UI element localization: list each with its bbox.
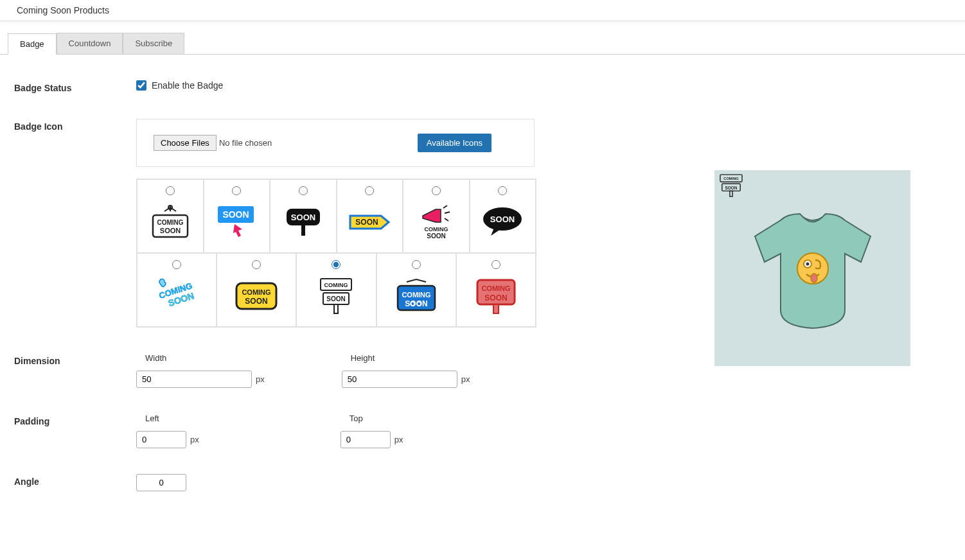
soon-arrow-icon: SOON <box>347 203 392 241</box>
icon-option-10[interactable]: COMINGSOON <box>376 253 456 327</box>
width-unit: px <box>256 374 265 384</box>
no-file-text: No file chosen <box>219 138 272 148</box>
preview-box: COMINGSOON <box>714 170 910 366</box>
svg-text:SOON: SOON <box>291 213 315 222</box>
svg-rect-8 <box>301 225 305 236</box>
svg-text:COMING: COMING <box>324 282 348 288</box>
page-title: Coming Soon Products <box>17 5 948 15</box>
icon-radio-8[interactable] <box>252 260 261 269</box>
svg-text:COMING: COMING <box>402 291 430 299</box>
choose-files-button[interactable]: Choose Files <box>154 135 217 151</box>
svg-text:SOON: SOON <box>160 227 181 234</box>
icon-option-6[interactable]: SOON <box>470 179 536 253</box>
padding-label: Padding <box>14 414 136 426</box>
soon-speech-bubble-icon: SOON <box>480 203 525 241</box>
tabs: Badge Countdown Subscribe <box>0 33 965 55</box>
svg-text:COMING: COMING <box>481 284 510 292</box>
icon-radio-4[interactable] <box>365 186 374 195</box>
icon-radio-5[interactable] <box>432 186 441 195</box>
height-input[interactable] <box>342 371 457 388</box>
svg-text:COMING: COMING <box>242 288 271 296</box>
height-unit: px <box>461 374 470 384</box>
angle-input[interactable] <box>136 474 186 491</box>
icon-option-7[interactable]: COMINGSOON <box>137 253 217 327</box>
icon-radio-3[interactable] <box>299 186 308 195</box>
coming-soon-slanted-icon: COMINGSOON <box>154 277 199 315</box>
svg-text:SOON: SOON <box>223 209 249 220</box>
svg-point-41 <box>811 274 817 283</box>
icon-radio-11[interactable] <box>491 260 500 269</box>
icon-option-8[interactable]: COMINGSOON <box>217 253 296 327</box>
preview-badge-icon: COMINGSOON <box>717 173 745 201</box>
enable-badge-label: Enable the Badge <box>152 80 223 91</box>
svg-text:COMING: COMING <box>157 219 183 226</box>
tab-badge[interactable]: Badge <box>8 33 57 55</box>
icon-option-9[interactable]: COMINGSOON <box>296 253 376 327</box>
angle-label: Angle <box>14 474 136 487</box>
svg-rect-32 <box>493 304 499 313</box>
height-label: Height <box>351 353 470 363</box>
coming-soon-signpost-outline-icon: COMINGSOON <box>314 277 359 315</box>
top-unit: px <box>394 435 403 444</box>
icon-option-5[interactable]: COMINGSOON <box>403 179 470 253</box>
coming-soon-blue-sign-icon: COMINGSOON <box>394 277 439 315</box>
coming-soon-red-sign-icon: COMINGSOON <box>474 277 518 315</box>
svg-text:SOON: SOON <box>484 293 507 302</box>
svg-point-40 <box>806 262 809 265</box>
tab-subscribe[interactable]: Subscribe <box>123 33 184 54</box>
tab-countdown[interactable]: Countdown <box>57 33 123 54</box>
icon-radio-6[interactable] <box>498 186 507 195</box>
dimension-label: Dimension <box>14 353 136 366</box>
padding-top-input[interactable] <box>341 431 391 448</box>
left-label: Left <box>145 414 199 423</box>
svg-rect-23 <box>334 304 338 313</box>
icon-option-2[interactable]: SOON <box>204 179 270 253</box>
width-input[interactable] <box>136 371 252 388</box>
svg-text:SOON: SOON <box>356 218 378 227</box>
icon-option-11[interactable]: COMINGSOON <box>456 253 536 327</box>
icon-radio-10[interactable] <box>412 260 421 269</box>
coming-soon-yellow-badge-icon: COMINGSOON <box>234 277 279 315</box>
icon-option-3[interactable]: SOON <box>270 179 337 253</box>
svg-text:COMING: COMING <box>723 177 739 180</box>
svg-text:SOON: SOON <box>327 295 346 302</box>
icon-radio-1[interactable] <box>166 186 175 195</box>
soon-cursor-icon: SOON <box>214 203 259 241</box>
available-icons-button[interactable]: Available Icons <box>418 134 491 152</box>
svg-text:SOON: SOON <box>405 299 427 308</box>
soon-signpost-icon: SOON <box>281 203 326 241</box>
icon-radio-2[interactable] <box>232 186 241 195</box>
svg-text:SOON: SOON <box>427 232 445 240</box>
svg-rect-37 <box>730 191 732 197</box>
svg-text:SOON: SOON <box>725 186 738 190</box>
enable-badge-checkbox[interactable] <box>136 80 146 91</box>
badge-status-label: Badge Status <box>14 80 136 93</box>
top-label: Top <box>350 414 403 423</box>
svg-text:SOON: SOON <box>490 214 515 224</box>
left-unit: px <box>190 435 199 444</box>
padding-left-input[interactable] <box>136 431 186 448</box>
icon-radio-7[interactable] <box>172 260 181 269</box>
megaphone-coming-soon-icon: COMINGSOON <box>414 203 459 241</box>
icon-option-4[interactable]: SOON <box>337 179 403 253</box>
width-label: Width <box>145 353 265 363</box>
svg-text:COMING: COMING <box>424 226 448 232</box>
upload-box: Choose Files No file chosen Available Ic… <box>136 119 535 167</box>
icon-grid: COMINGSOON SOON SOON <box>136 179 536 328</box>
icon-option-1[interactable]: COMINGSOON <box>137 179 204 253</box>
preview-tshirt-image <box>742 201 883 336</box>
coming-soon-sign-icon: COMINGSOON <box>148 203 193 241</box>
badge-icon-label: Badge Icon <box>14 119 136 132</box>
svg-text:SOON: SOON <box>245 297 268 306</box>
icon-radio-9[interactable] <box>332 260 341 269</box>
